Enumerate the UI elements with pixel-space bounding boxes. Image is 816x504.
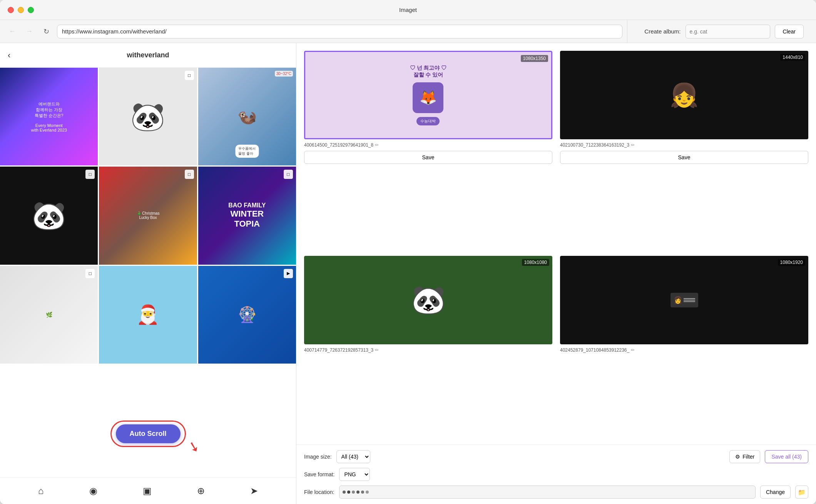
grid-item[interactable]: 🎅 (99, 266, 197, 364)
grid-item[interactable]: 🌿 □ (0, 266, 98, 364)
card-image-container[interactable]: 1080x1920 👩 (560, 256, 808, 344)
image-card: 1080x1080 🐼 400714779_726372192857313_3 … (304, 256, 552, 437)
card-image-container[interactable]: 1080x1080 🐼 (304, 256, 552, 344)
main-window: Imaget ← → ↻ Create album: Clear ‹ withe… (0, 0, 816, 504)
grid-item[interactable]: 🎡 ▶ (198, 266, 296, 364)
feed-header: ‹ witheverland (0, 43, 296, 68)
grid-item[interactable]: 🐼 □ (0, 167, 98, 264)
grid-item[interactable]: 🐼 □ (99, 68, 197, 165)
traffic-lights (8, 7, 34, 13)
file-location-bar (339, 486, 756, 499)
home-icon: ⌂ (38, 486, 44, 496)
location-dot (343, 491, 346, 494)
create-album-label: Create album: (644, 28, 681, 35)
location-dot (356, 491, 360, 494)
nav-home[interactable]: ⌂ (32, 482, 50, 499)
nav-send[interactable]: ➤ (244, 482, 264, 499)
main-content: ‹ witheverland 에버랜드와함께하는 가장특별한 순간은?Every… (0, 43, 816, 504)
location-dot (366, 491, 369, 494)
grid-item-badge: □ (185, 170, 194, 179)
card-filename: 400614500_725192979641901_8 ✏ (304, 142, 552, 148)
filter-button[interactable]: ⚙ Filter (729, 450, 760, 463)
close-button[interactable] (8, 7, 14, 13)
grid-item-badge: ▶ (284, 269, 293, 278)
grid-item-badge: □ (284, 170, 293, 179)
forward-button[interactable]: → (23, 25, 35, 38)
card-dimensions: 1080x1350 (521, 55, 548, 62)
nav-explore[interactable]: ◉ (83, 482, 104, 499)
save-button[interactable]: Save (304, 151, 552, 164)
change-button[interactable]: Change (760, 486, 791, 499)
feed-back-button[interactable]: ‹ (8, 50, 10, 60)
auto-scroll-button[interactable]: Auto Scroll (115, 424, 180, 443)
save-format-label: Save format: (304, 471, 334, 477)
image-grid: 에버랜드와함께하는 가장특별한 순간은?Every Momentwith Eve… (0, 68, 296, 364)
edit-icon[interactable]: ✏ (375, 142, 379, 148)
maximize-button[interactable] (28, 7, 34, 13)
toolbar-divider (627, 20, 627, 43)
window-title: Imaget (399, 7, 417, 13)
save-all-button[interactable]: Save all (43) (765, 450, 808, 463)
nav-add[interactable]: ⊕ (191, 482, 211, 499)
clear-button[interactable]: Clear (775, 25, 804, 38)
image-card: 1080x1920 👩 (560, 256, 808, 437)
grid-item-badge: □ (185, 71, 194, 80)
left-panel: ‹ witheverland 에버랜드와함께하는 가장특별한 순간은?Every… (0, 43, 296, 504)
auto-scroll-wrapper: Auto Scroll ➘ (115, 424, 180, 443)
grid-item-badge: □ (85, 170, 95, 179)
save-button[interactable]: Save (560, 151, 808, 164)
send-icon: ➤ (250, 486, 258, 496)
feed-title: witheverland (127, 51, 169, 59)
grid-item[interactable]: 에버랜드와함께하는 가장특별한 순간은?Every Momentwith Eve… (0, 68, 98, 165)
right-panel: 1080x1350 ♡ 넌 최고야 ♡잘할 수 있어 🦊 수능대박 400614… (296, 43, 816, 504)
location-dot (347, 491, 350, 494)
file-location-row: File location: Change 📁 (304, 486, 808, 499)
titlebar: Imaget (0, 0, 816, 20)
minimize-button[interactable] (18, 7, 24, 13)
image-size-select[interactable]: All (43) Small Medium Large (336, 450, 370, 463)
edit-icon[interactable]: ✏ (631, 142, 635, 148)
address-bar[interactable] (57, 25, 622, 38)
edit-icon[interactable]: ✏ (631, 347, 635, 353)
arrow-icon: ➘ (186, 437, 202, 456)
grid-item-badge: □ (85, 269, 95, 278)
grid-item[interactable]: BAO FAMILYWINTERTOPIA □ (198, 167, 296, 264)
image-card: 1440x810 👧 402100730_712238364163192_3 ✏… (560, 51, 808, 248)
grid-item[interactable]: 🦦 우수품에서물멍 좋아 30~32°C (198, 68, 296, 165)
card-dimensions: 1080x1080 (522, 259, 549, 266)
add-icon: ⊕ (197, 486, 205, 496)
browser-toolbar: ← → ↻ Create album: Clear (0, 20, 816, 43)
card-filename: 402452879_1071084853912236_ ✏ (560, 347, 808, 353)
card-image-container[interactable]: 1080x1350 ♡ 넌 최고야 ♡잘할 수 있어 🦊 수능대박 (304, 51, 552, 139)
folder-button[interactable]: 📁 (795, 486, 808, 499)
compass-icon: ◉ (89, 486, 97, 496)
card-image-container[interactable]: 1440x810 👧 (560, 51, 808, 139)
format-select[interactable]: PNG JPG WEBP (339, 468, 370, 481)
filter-icon: ⚙ (735, 454, 740, 460)
auto-scroll-container: Auto Scroll ➘ (115, 424, 180, 443)
save-format-row: Save format: PNG JPG WEBP (304, 468, 808, 481)
image-size-label: Image size: (304, 454, 332, 460)
image-size-row: Image size: All (43) Small Medium Large … (304, 450, 808, 463)
card-filename: 400714779_726372192857313_3 ✏ (304, 347, 552, 353)
edit-icon[interactable]: ✏ (375, 347, 379, 353)
card-dimensions: 1080x1920 (778, 259, 805, 266)
grid-item[interactable]: 🎄 ChristmasLucky Box □ (99, 167, 197, 264)
back-button[interactable]: ← (6, 25, 18, 38)
nav-reels[interactable]: ▣ (137, 482, 158, 499)
folder-icon: 📁 (798, 489, 806, 496)
right-panel-header-controls: Create album: Clear (638, 25, 810, 38)
file-location-label: File location: (304, 489, 334, 495)
card-filename: 402100730_712238364163192_3 ✏ (560, 142, 808, 148)
reels-icon: ▣ (143, 486, 152, 496)
bottom-controls: Image size: All (43) Small Medium Large … (296, 444, 816, 504)
album-input[interactable] (686, 25, 770, 38)
location-dot (352, 491, 355, 494)
bottom-nav: ⌂ ◉ ▣ ⊕ ➤ (0, 477, 296, 504)
refresh-button[interactable]: ↻ (40, 25, 52, 38)
image-card: 1080x1350 ♡ 넌 최고야 ♡잘할 수 있어 🦊 수능대박 400614… (304, 51, 552, 248)
card-dimensions: 1440x810 (780, 54, 805, 61)
location-dot (361, 491, 364, 494)
cards-grid: 1080x1350 ♡ 넌 최고야 ♡잘할 수 있어 🦊 수능대박 400614… (296, 43, 816, 444)
